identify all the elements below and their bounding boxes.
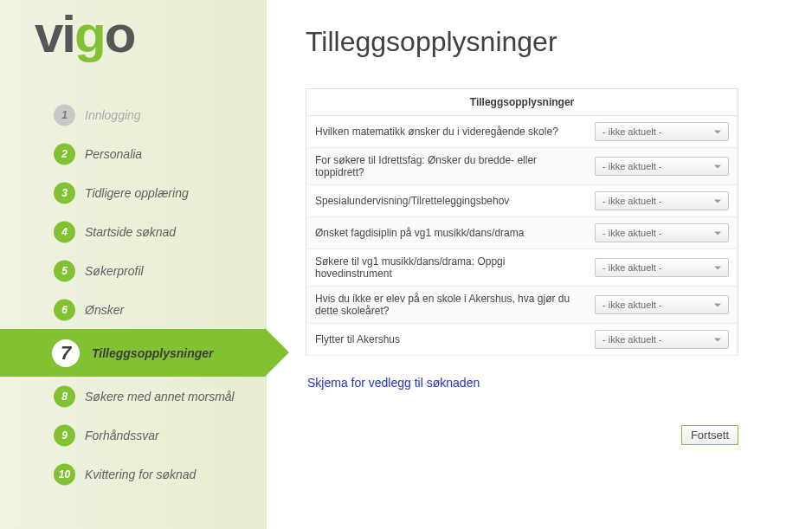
row-label: Flytter til Akershus [306, 324, 587, 356]
step-label: Tidligere opplæring [85, 186, 189, 200]
step-badge: 2 [54, 143, 75, 165]
table-header: Tilleggsopplysninger [306, 89, 738, 116]
row-select-cell: - ikke aktuelt - [586, 324, 738, 356]
step-label: Startside søknad [85, 225, 176, 239]
step-nav: 1Innlogging2Personalia3Tidligere opplæri… [0, 78, 266, 494]
select-dropdown[interactable]: - ikke aktuelt - [595, 258, 729, 277]
step-badge: 5 [54, 260, 75, 281]
sidebar-step-4[interactable]: 4Startside søknad [0, 212, 266, 251]
sidebar-step-8[interactable]: 8Søkere med annet morsmål [0, 377, 266, 416]
sidebar-step-2[interactable]: 2Personalia [0, 134, 266, 173]
attachment-form-link[interactable]: Skjema for vedlegg til søknaden [307, 376, 480, 390]
sidebar: vigo 1Innlogging2Personalia3Tidligere op… [0, 0, 267, 529]
row-select-cell: - ikke aktuelt - [586, 148, 738, 185]
step-badge: 9 [54, 424, 75, 446]
table-row: Hvis du ikke er elev på en skole i Akers… [306, 287, 738, 324]
row-label: For søkere til Idrettsfag: Ønsker du bre… [306, 148, 587, 185]
select-dropdown[interactable]: - ikke aktuelt - [595, 330, 729, 349]
row-label: Spesialundervisning/Tilretteleggingsbeho… [306, 185, 587, 217]
row-select-cell: - ikke aktuelt - [586, 185, 738, 217]
step-label: Søkerprofil [85, 264, 144, 278]
logo: vigo [0, 9, 266, 78]
select-dropdown[interactable]: - ikke aktuelt - [595, 122, 729, 141]
row-select-cell: - ikke aktuelt - [586, 217, 738, 249]
sidebar-step-7[interactable]: 7Tilleggsopplysninger [0, 329, 266, 377]
continue-button[interactable]: Fortsett [681, 425, 738, 445]
sidebar-step-6[interactable]: 6Ønsker [0, 290, 266, 329]
row-label: Hvis du ikke er elev på en skole i Akers… [306, 287, 587, 324]
select-dropdown[interactable]: - ikke aktuelt - [595, 295, 729, 314]
step-badge: 10 [54, 463, 75, 485]
step-label: Ønsker [85, 303, 124, 317]
step-badge: 8 [54, 385, 75, 407]
step-label: Personalia [85, 147, 142, 161]
step-label: Søkere med annet morsmål [85, 390, 235, 403]
step-badge: 4 [54, 221, 75, 242]
table-row: Hvilken matematikk ønsker du i videregåe… [306, 116, 738, 148]
row-label: Søkere til vg1 musikk/dans/drama: Oppgi … [306, 249, 587, 287]
step-badge: 3 [54, 182, 75, 203]
logo-part-1: vi [35, 5, 74, 63]
select-dropdown[interactable]: - ikke aktuelt - [595, 191, 729, 210]
step-label: Kvittering for søknad [85, 468, 196, 481]
step-label: Innlogging [85, 108, 141, 122]
table-row: Ønsket fagdisiplin på vg1 musikk/dans/dr… [306, 217, 738, 249]
table-row: Spesialundervisning/Tilretteleggingsbeho… [306, 185, 738, 217]
sidebar-step-10[interactable]: 10Kvittering for søknad [0, 455, 266, 494]
step-label: Tilleggsopplysninger [92, 346, 214, 360]
row-select-cell: - ikke aktuelt - [586, 287, 738, 324]
sidebar-step-5[interactable]: 5Søkerprofil [0, 251, 266, 290]
row-label: Ønsket fagdisiplin på vg1 musikk/dans/dr… [306, 217, 587, 249]
logo-part-2: g [74, 5, 105, 63]
logo-part-3: o [105, 5, 135, 63]
step-badge: 7 [52, 339, 80, 367]
select-dropdown[interactable]: - ikke aktuelt - [595, 223, 729, 242]
table-row: Søkere til vg1 musikk/dans/drama: Oppgi … [306, 249, 738, 287]
row-select-cell: - ikke aktuelt - [586, 249, 738, 287]
supplementary-info-table: Tilleggsopplysninger Hvilken matematikk … [306, 88, 738, 356]
row-select-cell: - ikke aktuelt - [586, 116, 738, 148]
select-dropdown[interactable]: - ikke aktuelt - [595, 157, 729, 176]
sidebar-step-9[interactable]: 9Forhåndssvar [0, 416, 266, 455]
step-badge: 1 [54, 104, 75, 126]
row-label: Hvilken matematikk ønsker du i videregåe… [306, 116, 587, 148]
sidebar-step-3[interactable]: 3Tidligere opplæring [0, 173, 266, 212]
sidebar-step-1[interactable]: 1Innlogging [0, 95, 266, 134]
main-content: Tilleggsopplysninger Tilleggsopplysninge… [267, 0, 812, 529]
table-row: Flytter til Akershus- ikke aktuelt - [306, 324, 738, 356]
table-row: For søkere til Idrettsfag: Ønsker du bre… [306, 148, 738, 185]
step-label: Forhåndssvar [85, 429, 159, 442]
step-badge: 6 [54, 299, 75, 320]
page-title: Tilleggsopplysninger [306, 26, 786, 58]
